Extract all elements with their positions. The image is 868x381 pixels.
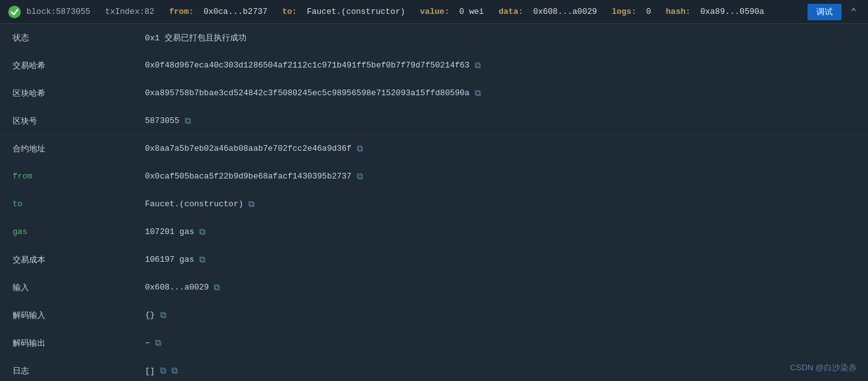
copy-button-input[interactable] bbox=[214, 283, 220, 293]
row-from: from0x0caf505baca5f22b9d9be68afacf143039… bbox=[0, 163, 868, 190]
copy-button-from[interactable] bbox=[357, 172, 363, 182]
row-decoded-output: 解码输出– bbox=[0, 329, 868, 357]
copy-button-tx-cost[interactable] bbox=[199, 255, 205, 265]
from-value: 0x0ca...b2737 bbox=[204, 7, 267, 16]
value-text-input: 0x608...a0029 bbox=[145, 283, 209, 292]
value-text-to: Faucet.(constructor) bbox=[145, 199, 243, 209]
value-logs: [] bbox=[139, 366, 868, 376]
copy-button-logs[interactable] bbox=[160, 366, 166, 376]
value-text-tx-hash: 0x0f48d967eca40c303d1286504af2112c1c971b… bbox=[145, 61, 470, 70]
label-contract-address: 合约地址 bbox=[0, 143, 139, 155]
value-decoded-output: – bbox=[139, 338, 868, 348]
logs-value: 0 bbox=[646, 7, 651, 16]
row-input: 输入0x608...a0029 bbox=[0, 274, 868, 302]
hash-label: hash: bbox=[666, 7, 690, 16]
value-value: 0 wei bbox=[460, 7, 484, 16]
value-text-contract-address: 0x8aa7a5b7eb02a46ab08aab7e702fcc2e46a9d3… bbox=[145, 144, 352, 153]
value-text-block-number: 5873055 bbox=[145, 116, 180, 126]
row-logs: 日志[] bbox=[0, 357, 868, 381]
value-tx-hash: 0x0f48d967eca40c303d1286504af2112c1c971b… bbox=[139, 61, 868, 71]
copy-button-to[interactable] bbox=[248, 199, 255, 209]
block-info: block:5873055 bbox=[26, 7, 90, 16]
value-text-gas: 107201 gas bbox=[145, 227, 194, 237]
value-text-block-hash: 0xa895758b7bbae3cd524842c3f5080245ec5c98… bbox=[145, 88, 470, 98]
label-gas: gas bbox=[0, 227, 139, 237]
copy-button-block-number[interactable] bbox=[185, 116, 191, 126]
logs-label: logs: bbox=[611, 7, 636, 16]
copy-button-contract-address[interactable] bbox=[357, 144, 363, 154]
label-to: to bbox=[0, 199, 139, 209]
value-contract-address: 0x8aa7a5b7eb02a46ab08aab7e702fcc2e46a9d3… bbox=[139, 144, 868, 154]
copy-button-block-hash[interactable] bbox=[475, 88, 481, 98]
row-tx-cost: 交易成本106197 gas bbox=[0, 246, 868, 274]
label-input: 输入 bbox=[0, 282, 139, 293]
watermark: CSDN @白沙染赤 bbox=[790, 362, 857, 373]
copy-button-tx-hash[interactable] bbox=[475, 61, 481, 71]
label-logs: 日志 bbox=[0, 365, 139, 377]
copy-button2-logs[interactable] bbox=[171, 366, 178, 376]
header-title: block:5873055 txIndex:82 from: 0x0ca...b… bbox=[26, 7, 802, 16]
value-block-hash: 0xa895758b7bbae3cd524842c3f5080245ec5c98… bbox=[139, 88, 868, 98]
value-gas: 107201 gas bbox=[139, 227, 868, 237]
data-value: 0x608...a0029 bbox=[533, 7, 597, 16]
data-label: data: bbox=[499, 7, 523, 16]
value-decoded-input: {} bbox=[139, 310, 868, 320]
copy-button-decoded-input[interactable] bbox=[160, 310, 166, 320]
hash-value: 0xa89...0590a bbox=[700, 7, 764, 16]
row-gas: gas107201 gas bbox=[0, 218, 868, 246]
value-status: 0x1 交易已打包且执行成功 bbox=[139, 32, 868, 44]
svg-point-0 bbox=[8, 6, 21, 18]
value-text-from: 0x0caf505baca5f22b9d9be68afacf1430395b27… bbox=[145, 172, 352, 181]
debug-button[interactable]: 调试 bbox=[807, 4, 842, 20]
value-text-tx-cost: 106197 gas bbox=[145, 255, 194, 264]
row-block-number: 区块号5873055 bbox=[0, 107, 868, 135]
label-block-number: 区块号 bbox=[0, 115, 139, 127]
header-bar: block:5873055 txIndex:82 from: 0x0ca...b… bbox=[0, 0, 868, 24]
check-icon bbox=[8, 5, 21, 19]
label-decoded-input: 解码输入 bbox=[0, 310, 139, 321]
from-label: from: bbox=[169, 7, 194, 16]
main-content: 状态0x1 交易已打包且执行成功交易哈希0x0f48d967eca40c303d… bbox=[0, 24, 868, 381]
copy-button-gas[interactable] bbox=[199, 227, 205, 237]
value-to: Faucet.(constructor) bbox=[139, 199, 868, 209]
label-status: 状态 bbox=[0, 32, 139, 44]
chevron-up-icon[interactable]: ⌃ bbox=[847, 4, 860, 20]
value-text-decoded-output: – bbox=[145, 338, 150, 348]
value-text-status: 0x1 交易已打包且执行成功 bbox=[145, 32, 246, 44]
label-decoded-output: 解码输出 bbox=[0, 337, 139, 349]
to-value: Faucet.(constructor) bbox=[307, 7, 405, 16]
label-tx-cost: 交易成本 bbox=[0, 254, 139, 266]
to-label: to: bbox=[282, 7, 297, 16]
row-block-hash: 区块哈希0xa895758b7bbae3cd524842c3f5080245ec… bbox=[0, 79, 868, 107]
row-contract-address: 合约地址0x8aa7a5b7eb02a46ab08aab7e702fcc2e46… bbox=[0, 135, 868, 163]
row-status: 状态0x1 交易已打包且执行成功 bbox=[0, 24, 868, 52]
label-from: from bbox=[0, 172, 139, 181]
value-input: 0x608...a0029 bbox=[139, 283, 868, 293]
label-block-hash: 区块哈希 bbox=[0, 88, 139, 99]
value-text-decoded-input: {} bbox=[145, 310, 155, 320]
value-label: value: bbox=[420, 7, 449, 16]
row-decoded-input: 解码输入{} bbox=[0, 302, 868, 329]
copy-button-decoded-output[interactable] bbox=[155, 338, 161, 348]
txindex-info: txIndex:82 bbox=[105, 7, 154, 16]
label-tx-hash: 交易哈希 bbox=[0, 60, 139, 71]
value-from: 0x0caf505baca5f22b9d9be68afacf1430395b27… bbox=[139, 172, 868, 182]
value-tx-cost: 106197 gas bbox=[139, 255, 868, 265]
value-block-number: 5873055 bbox=[139, 116, 868, 126]
row-tx-hash: 交易哈希0x0f48d967eca40c303d1286504af2112c1c… bbox=[0, 52, 868, 79]
row-to: toFaucet.(constructor) bbox=[0, 190, 868, 218]
value-text-logs: [] bbox=[145, 366, 155, 376]
